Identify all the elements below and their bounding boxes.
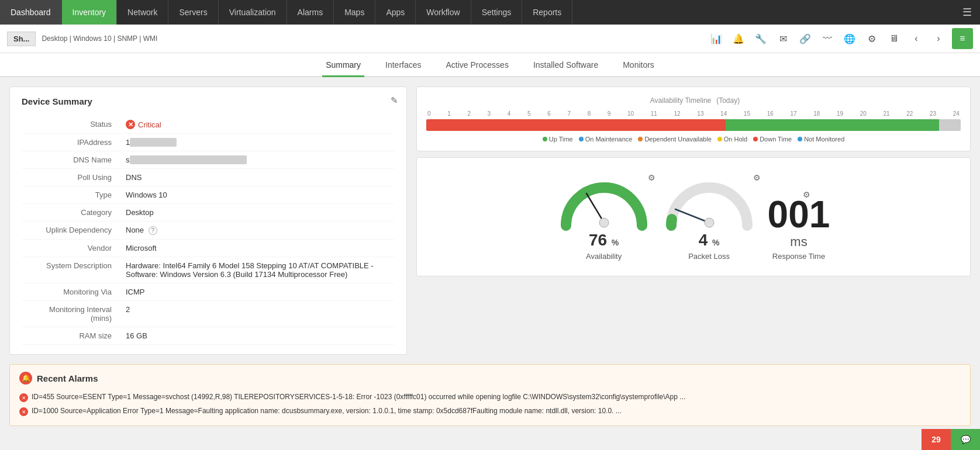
hamburger-menu-button[interactable]: ☰ (954, 0, 980, 25)
nav-settings[interactable]: Settings (471, 0, 523, 25)
availability-gauge: ⚙ 76 % Availability (557, 173, 651, 261)
tab-interfaces[interactable]: Interfaces (382, 53, 425, 77)
nav-workflow[interactable]: Workflow (416, 0, 471, 25)
field-status-value: ✕ Critical (121, 116, 395, 134)
field-type-value: Windows 10 (121, 186, 395, 204)
field-ram-value: 16 GB (121, 327, 395, 345)
field-poll-value: DNS (121, 169, 395, 186)
field-uplink-value: None ? (121, 221, 395, 240)
gauge-settings-icon-1[interactable]: ⚙ (648, 173, 655, 182)
legend-uptime: Up Time (543, 136, 573, 143)
device-summary-title: Device Summary (22, 96, 395, 106)
svg-line-2 (675, 209, 709, 223)
alarm-text-0: ID=455 Source=ESENT Type=1 Message=svcho… (32, 393, 685, 401)
alarm-text-1: ID=1000 Source=Application Error Type=1 … (32, 407, 622, 415)
field-category-value: Desktop (121, 204, 395, 221)
availability-card: Availability Timeline (Today) 0123456789… (416, 86, 971, 151)
recent-alarms-card: 🔔 Recent Alarms ✕ ID=455 Source=ESENT Ty… (9, 364, 971, 426)
field-category: Category Desktop (22, 204, 395, 221)
nav-virtualization[interactable]: Virtualization (219, 0, 287, 25)
critical-text: Critical (138, 120, 161, 129)
packet-loss-unit: % (712, 238, 719, 247)
tab-active-processes[interactable]: Active Processes (443, 53, 512, 77)
nav-dashboard[interactable]: Dashboard (0, 0, 62, 25)
action-button[interactable]: ≡ (952, 28, 973, 49)
availability-value: 76 % (589, 231, 619, 250)
nav-network[interactable]: Network (117, 0, 168, 25)
response-time-label: Response Time (772, 252, 825, 261)
avail-title-text: Availability Timeline (650, 96, 712, 105)
field-ram: RAM size 16 GB (22, 327, 395, 345)
nav-apps[interactable]: Apps (375, 0, 416, 25)
ip-blurred (130, 138, 177, 147)
avail-title: Availability Timeline (Today) (426, 95, 961, 105)
response-time-value: 001 (768, 196, 830, 233)
packet-loss-value: 4 % (699, 231, 720, 250)
nav-alarms[interactable]: Alarms (287, 0, 334, 25)
ip-prefix: 1 (126, 138, 130, 147)
timeline-numbers: 0123456789101112131415161718192021222324 (426, 110, 961, 117)
legend-downtime: Down Time (753, 136, 792, 143)
info-table: Status ✕ Critical IPAddress 1 DNS Name (22, 116, 395, 345)
globe-icon[interactable]: 🌐 (841, 30, 858, 47)
gauge-settings-icon-2[interactable]: ⚙ (753, 173, 761, 182)
alert-icon[interactable]: 🔔 (730, 30, 747, 47)
edit-icon[interactable]: ✎ (391, 95, 398, 106)
field-dns-label: DNS Name (22, 151, 121, 169)
gauge-settings-icon-3[interactable]: ⚙ (803, 190, 810, 199)
tab-installed-software[interactable]: Installed Software (530, 53, 602, 77)
alarm-error-icon-0: ✕ (19, 393, 28, 402)
field-vendor-value: Microsoft (121, 240, 395, 257)
forward-icon[interactable]: › (930, 30, 947, 47)
svg-point-3 (705, 218, 714, 227)
sub-header-icons: 📊 🔔 🔧 ✉ 🔗 〰 🌐 ⚙ 🖥 ‹ › ≡ (708, 28, 973, 49)
nav-maps[interactable]: Maps (334, 0, 375, 25)
response-time-display: ⚙ 001 ms Response Time (768, 196, 830, 261)
field-poll: Poll Using DNS (22, 169, 395, 186)
response-time-unit: ms (790, 234, 807, 250)
field-ip-label: IPAddress (22, 134, 121, 151)
field-monitoring-via-value: ICMP (121, 283, 395, 301)
monitor-icon[interactable]: 🖥 (885, 30, 903, 47)
dns-prefix: s (126, 155, 130, 164)
field-category-label: Category (22, 204, 121, 221)
chart-icon[interactable]: 📊 (708, 30, 725, 47)
field-sysdesc-value: Hardware: Intel64 Family 6 Model 158 Ste… (121, 257, 395, 283)
field-uplink: Uplink Dependency None ? (22, 221, 395, 240)
help-icon[interactable]: ? (149, 226, 157, 235)
field-dns: DNS Name s (22, 151, 395, 169)
alarms-title: 🔔 Recent Alarms (19, 372, 961, 385)
dns-blurred (130, 155, 247, 164)
legend-maintenance: On Maintenance (579, 136, 633, 143)
field-monitoring-via: Monitoring Via ICMP (22, 283, 395, 301)
field-vendor: Vendor Microsoft (22, 240, 395, 257)
avail-subtitle: (Today) (716, 96, 740, 105)
legend-notmonitored: Not Monitored (798, 136, 844, 143)
status-critical: ✕ Critical (126, 120, 390, 129)
alarm-bell-icon: 🔔 (19, 372, 32, 385)
legend-dependent: Dependent Unavailable (638, 136, 711, 143)
device-meta: Desktop | Windows 10 | SNMP | WMI (42, 34, 157, 43)
back-icon[interactable]: ‹ (907, 30, 925, 47)
email-icon[interactable]: ✉ (774, 30, 792, 47)
nav-reports[interactable]: Reports (522, 0, 572, 25)
field-sysdesc-label: System Description (22, 257, 121, 283)
link-icon[interactable]: 🔗 (796, 30, 814, 47)
main-content: Device Summary ✎ Status ✕ Critical IPAdd… (0, 77, 980, 364)
settings-icon[interactable]: ⚙ (863, 30, 881, 47)
alarm-row-1: ✕ ID=1000 Source=Application Error Type=… (19, 404, 961, 418)
timeline-legend: Up Time On Maintenance Dependent Unavail… (426, 136, 961, 143)
graph-icon[interactable]: 〰 (819, 30, 836, 47)
field-poll-label: Poll Using (22, 169, 121, 186)
tab-monitors[interactable]: Monitors (619, 53, 658, 77)
timeline-bar (426, 119, 961, 131)
legend-onhold: On Hold (717, 136, 747, 143)
tabs-bar: Summary Interfaces Active Processes Inst… (0, 53, 980, 77)
nav-inventory[interactable]: Inventory (62, 0, 118, 25)
tab-summary[interactable]: Summary (322, 53, 364, 77)
nav-servers[interactable]: Servers (168, 0, 218, 25)
top-nav: Dashboard Inventory Network Servers Virt… (0, 0, 980, 25)
alarms-title-text: Recent Alarms (37, 373, 98, 383)
tools-icon[interactable]: 🔧 (752, 30, 769, 47)
timeline-seg-unmonitored (939, 119, 961, 131)
